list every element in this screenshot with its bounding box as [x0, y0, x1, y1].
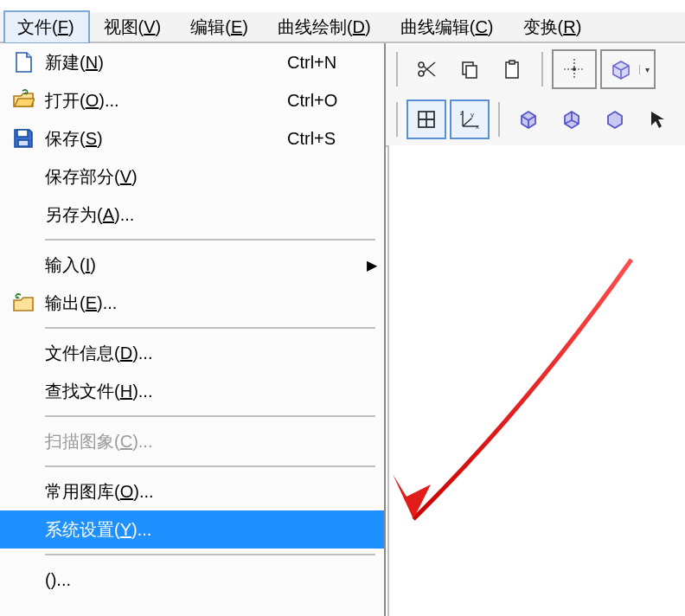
menu-separator	[45, 239, 375, 241]
toolbar-separator	[396, 52, 398, 87]
grid-icon[interactable]	[407, 99, 446, 139]
shape3d-3-icon[interactable]	[595, 99, 635, 139]
crosshair-icon[interactable]	[552, 49, 597, 89]
scissors-icon[interactable]	[407, 49, 446, 89]
copy-icon[interactable]	[450, 49, 490, 89]
menu-common-library[interactable]: 常用图库(O)...	[0, 472, 384, 510]
menu-label: 另存为	[45, 205, 97, 224]
toolbar-separator	[541, 52, 543, 87]
svg-text:y: y	[471, 111, 474, 119]
menu-save[interactable]: 保存(S) Ctrl+S	[0, 119, 384, 157]
menubar: 文件(F) 视图(V) 编辑(E) 曲线绘制(D) 曲线编辑(C) 变换(R)	[0, 12, 685, 43]
svg-rect-12	[18, 140, 29, 146]
menu-label: 保存部分	[45, 167, 114, 186]
paste-icon[interactable]	[493, 49, 533, 89]
file-menu-dropdown: 新建(N) Ctrl+N 打开(O)... Ctrl+O 保存(S) Ctrl+…	[0, 43, 386, 616]
menu-shortcut: Ctrl+N	[287, 53, 384, 73]
menu-label: 输入	[45, 255, 80, 274]
menu-save-part[interactable]: 保存部分(V)	[0, 157, 384, 196]
svg-point-6	[573, 67, 576, 71]
menu-label: 查找文件	[45, 382, 114, 401]
menu-open[interactable]: 打开(O)... Ctrl+O	[0, 81, 384, 119]
menu-transform[interactable]: 变换(R)	[509, 10, 598, 44]
menu-file[interactable]: 文件(F)	[3, 10, 90, 44]
menu-label: 文件信息	[45, 343, 114, 363]
svg-rect-5	[509, 61, 515, 64]
toolbar-separator	[498, 102, 500, 137]
menu-separator	[45, 415, 375, 417]
menu-label: 输出	[45, 293, 80, 312]
menu-import[interactable]: 输入(I) ▶	[0, 246, 384, 284]
menu-separator	[45, 465, 375, 467]
svg-text:z: z	[460, 109, 464, 117]
svg-rect-3	[466, 66, 477, 78]
export-icon	[5, 284, 42, 322]
menu-separator	[45, 554, 375, 555]
save-file-icon	[5, 119, 42, 157]
axes-icon[interactable]: zxy	[450, 99, 490, 139]
menu-label: 常用图库	[45, 482, 114, 501]
menu-view[interactable]: 视图(V)	[90, 10, 177, 44]
menu-scan-image: 扫描图象(C)...	[0, 422, 384, 460]
toolbar-separator	[396, 102, 398, 137]
menu-curve-edit[interactable]: 曲线编辑(C)	[387, 10, 509, 44]
svg-text:x: x	[476, 123, 479, 131]
menu-label: 新建	[45, 53, 80, 72]
new-file-icon	[5, 43, 42, 81]
menu-edit[interactable]: 编辑(E)	[176, 10, 264, 44]
menu-print[interactable]: ()...	[0, 561, 384, 599]
menu-label: 扫描图象	[45, 432, 114, 451]
menu-find-file[interactable]: 查找文件(H)...	[0, 372, 384, 410]
menu-curve-draw[interactable]: 曲线绘制(D)	[264, 10, 387, 44]
drawing-canvas[interactable]	[387, 145, 685, 616]
menu-shortcut: Ctrl+O	[287, 91, 384, 111]
menu-separator	[45, 327, 375, 329]
menu-export[interactable]: 输出(E)...	[0, 284, 384, 322]
menu-file-info[interactable]: 文件信息(D)...	[0, 334, 384, 372]
menu-label: 系统设置	[45, 520, 114, 539]
menu-system-settings[interactable]: 系统设置(Y)...	[0, 510, 384, 549]
menu-shortcut: Ctrl+S	[287, 129, 384, 149]
menu-new[interactable]: 新建(N) Ctrl+N	[0, 43, 384, 81]
arrow-cursor-icon[interactable]	[638, 99, 678, 139]
dropdown-caret-icon[interactable]: ▾	[639, 65, 654, 74]
svg-rect-11	[17, 130, 28, 137]
submenu-arrow-icon: ▶	[360, 257, 384, 273]
shape3d-2-icon[interactable]	[552, 99, 592, 139]
cube-view-icon[interactable]: ▾	[600, 49, 656, 89]
menu-label: 保存	[45, 129, 80, 148]
open-file-icon	[5, 81, 42, 119]
menu-label: 打开	[45, 91, 80, 110]
shape3d-1-icon[interactable]	[509, 99, 548, 139]
menu-save-as[interactable]: 另存为(A)...	[0, 196, 384, 234]
